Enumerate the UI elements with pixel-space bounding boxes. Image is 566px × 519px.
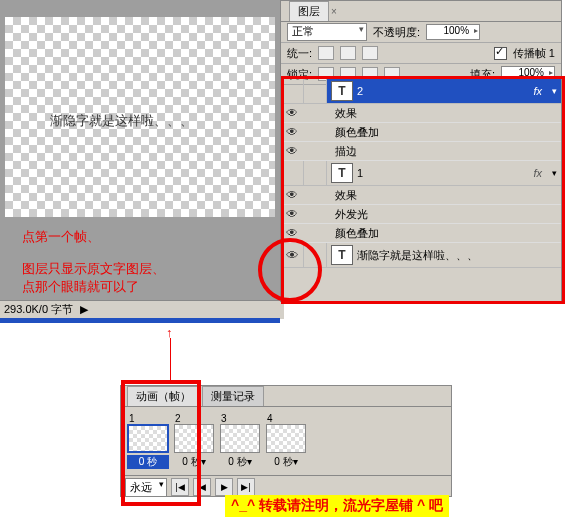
play-button[interactable]: ▶ bbox=[215, 478, 233, 496]
link-col[interactable] bbox=[304, 161, 327, 185]
animation-tabs: 动画（帧） 测量记录 bbox=[121, 386, 451, 407]
animation-panel: 动画（帧） 测量记录 1 0 秒 2 0 秒▾ 3 0 秒▾ 4 0 秒▾ 永远… bbox=[120, 385, 452, 497]
frame-4[interactable]: 4 0 秒▾ bbox=[265, 413, 307, 469]
frame-2[interactable]: 2 0 秒▾ bbox=[173, 413, 215, 469]
loop-dropdown[interactable]: 永远 bbox=[125, 478, 167, 497]
effect-row-color-overlay[interactable]: 👁颜色叠加 bbox=[281, 123, 561, 142]
frame-thumb bbox=[127, 424, 169, 453]
fx-expand-icon[interactable]: ▾ bbox=[552, 168, 557, 178]
blend-mode-dropdown[interactable]: 正常 bbox=[287, 23, 367, 41]
layer-name: 渐隐字就是这样啦、、、 bbox=[357, 248, 478, 263]
layer-name: 2 bbox=[357, 85, 363, 97]
opacity-input[interactable]: 100% bbox=[426, 24, 480, 40]
layer-name: 1 bbox=[357, 167, 363, 179]
effect-row-stroke[interactable]: 👁描边 bbox=[281, 142, 561, 161]
status-text: 293.0K/0 字节 bbox=[4, 303, 73, 315]
frame-3[interactable]: 3 0 秒▾ bbox=[219, 413, 261, 469]
text-layer-thumb-icon: T bbox=[331, 81, 353, 101]
opacity-label: 不透明度: bbox=[373, 25, 420, 40]
fx-badge[interactable]: fx bbox=[533, 85, 542, 97]
visibility-toggle[interactable]: 👁 bbox=[281, 243, 304, 267]
frame-thumb bbox=[174, 424, 214, 453]
status-arrow-icon[interactable]: ▶ bbox=[80, 303, 88, 315]
layer-row-2[interactable]: T 2 fx ▾ bbox=[281, 79, 561, 104]
watermark: ^_^ 转载请注明，流光字屋铺 ^ 吧 bbox=[225, 495, 449, 517]
panel-tab-header: 图层 × bbox=[281, 1, 561, 22]
annotation-frame-note: 点第一个帧、 bbox=[22, 228, 100, 246]
scroll-bar[interactable] bbox=[0, 318, 280, 323]
unify-row: 统一: 传播帧 1 bbox=[281, 43, 561, 64]
canvas-bg: 渐隐字就是这样啦、、、 bbox=[0, 0, 280, 300]
layer-row-1[interactable]: T 1 fx ▾ bbox=[281, 161, 561, 186]
next-frame-button[interactable]: ▶| bbox=[237, 478, 255, 496]
canvas-text-layer: 渐隐字就是这样啦、、、 bbox=[50, 112, 193, 130]
prev-frame-button[interactable]: ◀ bbox=[193, 478, 211, 496]
text-layer-thumb-icon: T bbox=[331, 245, 353, 265]
eye-icon: 👁 bbox=[286, 248, 299, 263]
layers-panel: 图层 × 正常 不透明度: 100% 统一: 传播帧 1 锁定: 填充: 100… bbox=[280, 0, 562, 302]
unify-position-icon[interactable] bbox=[318, 46, 334, 60]
frames-row: 1 0 秒 2 0 秒▾ 3 0 秒▾ 4 0 秒▾ bbox=[121, 407, 451, 475]
propagate-checkbox[interactable] bbox=[494, 47, 507, 60]
tab-animation[interactable]: 动画（帧） bbox=[127, 386, 200, 406]
layer-row-bg[interactable]: 👁 T 渐隐字就是这样啦、、、 bbox=[281, 243, 561, 268]
fx-badge[interactable]: fx bbox=[533, 167, 542, 179]
effect-row-color-overlay[interactable]: 👁颜色叠加 bbox=[281, 224, 561, 243]
tab-close-icon[interactable]: × bbox=[331, 6, 337, 17]
blend-opacity-row: 正常 不透明度: 100% bbox=[281, 22, 561, 43]
frame-thumb bbox=[266, 424, 306, 453]
effect-row-fx[interactable]: 👁效果 bbox=[281, 104, 561, 123]
link-col[interactable] bbox=[304, 243, 327, 267]
frame-thumb bbox=[220, 424, 260, 453]
first-frame-button[interactable]: |◀ bbox=[171, 478, 189, 496]
layer-list: T 2 fx ▾ 👁效果 👁颜色叠加 👁描边 T 1 fx ▾ 👁效果 👁外发光… bbox=[281, 79, 561, 301]
propagate-label: 传播帧 1 bbox=[513, 46, 555, 61]
unify-label: 统一: bbox=[287, 46, 312, 61]
unify-style-icon[interactable] bbox=[362, 46, 378, 60]
link-col[interactable] bbox=[304, 79, 327, 103]
annotation-layer-note: 图层只显示原文字图层、点那个眼睛就可以了 bbox=[22, 260, 165, 296]
tab-measurement[interactable]: 测量记录 bbox=[202, 386, 264, 406]
frame-1[interactable]: 1 0 秒 bbox=[127, 413, 169, 469]
visibility-toggle[interactable] bbox=[281, 79, 304, 103]
fx-expand-icon[interactable]: ▾ bbox=[552, 86, 557, 96]
effect-row-fx[interactable]: 👁效果 bbox=[281, 186, 561, 205]
effect-row-outer-glow[interactable]: 👁外发光 bbox=[281, 205, 561, 224]
text-layer-thumb-icon: T bbox=[331, 163, 353, 183]
visibility-toggle[interactable] bbox=[281, 161, 304, 185]
unify-visibility-icon[interactable] bbox=[340, 46, 356, 60]
tab-layers[interactable]: 图层 bbox=[289, 1, 329, 21]
canvas-document[interactable]: 渐隐字就是这样啦、、、 bbox=[5, 17, 275, 217]
annotation-arrow-line bbox=[170, 338, 171, 383]
status-bar: 293.0K/0 字节 ▶ bbox=[0, 300, 284, 319]
